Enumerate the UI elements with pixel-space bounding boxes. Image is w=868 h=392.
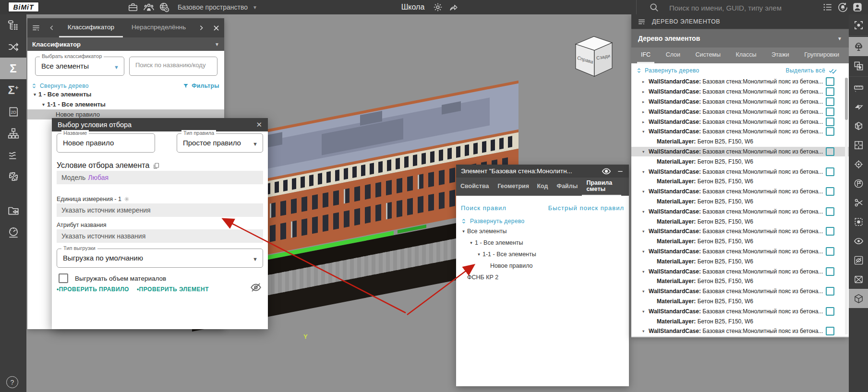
material-row[interactable]: MaterialLayer: Бетон B25, F150, W6 [631,336,849,337]
wall-row[interactable]: ▾WallStandardCase: Базовая стена:Монолит… [631,147,849,157]
tab-unallocated[interactable]: Нераспределённь [123,18,194,37]
tab-свойства[interactable]: Свойства [456,178,493,196]
attr-source-field[interactable]: Указать источник названия [57,229,263,243]
panel-menu-icon[interactable] [27,18,45,37]
tab-ifc[interactable]: IFC [637,48,654,63]
rule-type-select[interactable]: Тип правила Простое правило ▼ [177,133,263,153]
tree-item[interactable]: Новое правило [456,260,629,272]
tab-код[interactable]: Код [532,178,552,196]
minimize-icon[interactable] [616,167,624,175]
material-row[interactable]: MaterialLayer: Бетон B25, F150, W6 [631,156,849,166]
user-avatar[interactable] [852,1,863,13]
material-row[interactable]: MaterialLayer: Бетон B25, F150, W6 [631,256,849,266]
unit-settings-gear-icon[interactable] [124,196,130,202]
chevron-right-icon[interactable]: ▸ [642,109,649,114]
dialog-title-bar[interactable]: Выбор условия отбора ✕ [52,118,268,131]
export-materials-checkbox-row[interactable]: Выгружать объем материалов [59,273,166,283]
tree-item[interactable]: ▾1 - Все элементы [456,237,629,249]
tree-item[interactable]: ▾1 - Все элементы [27,89,224,99]
shared-folder-icon[interactable] [0,200,26,221]
chevron-down-icon[interactable]: ▾ [40,102,47,107]
scrollbar-thumb[interactable] [845,78,848,120]
search-rules-link[interactable]: Поиск правил [461,204,506,212]
tab-группировки[interactable]: Группировки [800,48,843,63]
row-checkbox[interactable] [826,147,834,156]
element-expand-tree-button[interactable]: Развернуть дерево [461,218,525,225]
material-row[interactable]: MaterialLayer: Бетон B25, F150, W6 [631,276,849,286]
project-settings-icon[interactable] [432,1,444,13]
chevron-right-icon[interactable]: ▸ [642,119,649,124]
row-checkbox[interactable] [826,77,834,86]
tree-item[interactable]: ▾1-1 - Все элементы [27,99,224,109]
chevron-down-icon[interactable]: ▾ [475,252,482,257]
row-checkbox[interactable] [826,167,834,176]
tab-файлы[interactable]: Файлы [552,178,582,196]
model-structure-icon[interactable] [0,14,26,36]
share-icon[interactable] [448,1,459,13]
unit-source-field[interactable]: Указать источник измерения [57,203,263,217]
row-checkbox[interactable] [826,227,834,236]
wall-row[interactable]: ▾WallStandardCase: Базовая стена:Монолит… [631,127,849,137]
chevron-down-icon[interactable]: ▾ [468,240,475,245]
charts-icon[interactable] [0,144,26,166]
chevron-down-icon[interactable]: ▾ [642,289,649,294]
classifier-search-input[interactable] [134,61,214,69]
locate-icon[interactable] [849,154,868,174]
condition-value-link[interactable]: Любая [88,174,108,181]
row-checkbox[interactable] [826,127,834,136]
floorplan-icon[interactable] [849,135,868,154]
chevron-down-icon[interactable]: ▾ [642,269,649,274]
row-checkbox[interactable] [826,87,834,96]
tree-type-dropdown[interactable]: Дерево элементов ▼ [631,29,849,48]
wall-row[interactable]: ▾WallStandardCase: Базовая стена:Монолит… [631,306,849,316]
mirror-section-icon[interactable] [849,97,868,116]
row-checkbox[interactable] [826,327,834,335]
chevron-down-icon[interactable]: ▾ [642,149,649,154]
show-element-icon[interactable] [849,231,868,250]
element-panel-title-bar[interactable]: Элемент "Базовая стена:Монолитн... [456,165,629,178]
estimates-icon[interactable]: Σ [0,58,26,79]
tabs-scroll-left-icon[interactable] [45,18,59,37]
tree-item[interactable]: ▾Все элементы [456,226,629,237]
visibility-off-icon[interactable] [250,281,262,294]
add-estimate-icon[interactable]: Σ+ [0,79,26,101]
wall-row[interactable]: ▸WallStandardCase: Базовая стена:Монолит… [631,117,849,127]
flag-marker-icon[interactable] [849,174,868,193]
chevron-down-icon[interactable]: ▾ [642,129,649,134]
chevron-right-icon[interactable]: ▸ [642,79,649,84]
hide-others-icon[interactable] [849,270,868,289]
projects-icon[interactable] [127,1,139,13]
chevron-down-icon[interactable]: ▾ [31,92,38,97]
quick-search-rules-link[interactable]: Быстрый поиск правил [548,204,624,212]
isolate-element-icon[interactable] [849,212,868,231]
chevron-right-icon[interactable]: ▸ [642,89,649,94]
tab-правила-сметы[interactable]: Правила сметы [582,178,621,196]
wall-row[interactable]: ▾WallStandardCase: Базовая стена:Монолит… [631,247,849,257]
row-checkbox[interactable] [826,267,834,276]
chevron-down-icon[interactable]: ▾ [642,329,649,333]
material-row[interactable]: MaterialLayer: Бетон B25, F150, W6 [631,216,849,226]
filters-button[interactable]: Фильтры [182,83,219,89]
panel-menu-icon[interactable] [637,17,646,26]
section-box-icon[interactable] [849,116,868,135]
chevron-down-icon[interactable]: ▾ [460,229,467,234]
copy-icon[interactable] [153,162,160,169]
material-row[interactable]: MaterialLayer: Бетон B25, F150, W6 [631,237,849,247]
check-element-button[interactable]: •ПРОВЕРИТЬ ЭЛЕМЕНТ [137,286,209,293]
navigation-cube[interactable]: Справа Сзади [569,32,617,80]
hide-element-icon[interactable] [849,250,868,270]
material-row[interactable]: MaterialLayer: Бетон B25, F150, W6 [631,297,849,307]
panel-close-icon[interactable] [208,18,224,37]
material-row[interactable]: MaterialLayer: Бетон B25, F150, W6 [631,177,849,187]
chevron-down-icon[interactable]: ▾ [642,189,649,194]
notifications-icon[interactable] [837,1,848,13]
wall-row[interactable]: ▸WallStandardCase: Базовая стена:Монолит… [631,97,849,107]
tab-классы[interactable]: Классы [732,48,760,63]
row-checkbox[interactable] [826,97,834,106]
tab-системы[interactable]: Системы [692,48,724,63]
tree-expand-button[interactable]: Развернуть дерево [636,67,699,74]
app-logo[interactable]: BiMiT [8,2,39,12]
wall-row[interactable]: ▾WallStandardCase: Базовая стена:Монолит… [631,266,849,276]
wall-row[interactable]: ▾WallStandardCase: Базовая стена:Монолит… [631,326,849,336]
rule-name-field[interactable]: Название Новое правило [57,133,155,153]
